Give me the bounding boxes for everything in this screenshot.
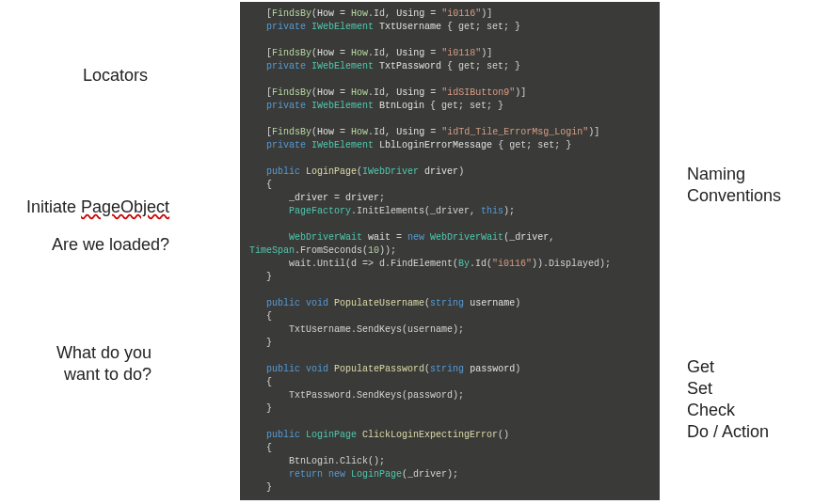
label-want2: want to do? (64, 365, 152, 385)
label-do: Do / Action (687, 422, 769, 442)
label-initiate: Initiate PageObject (26, 197, 169, 217)
label-naming1: Naming (687, 165, 745, 184)
label-set: Set (687, 379, 712, 399)
label-want1: What do you (56, 343, 152, 363)
label-locators: Locators (83, 66, 148, 86)
label-initiate-word2: PageObject (81, 197, 169, 216)
label-initiate-word1: Initiate (26, 197, 81, 216)
label-get: Get (687, 357, 714, 377)
code-snippet: [FindsBy(How = How.Id, Using = "i0116")]… (240, 2, 660, 500)
label-naming2: Conventions (687, 186, 781, 206)
label-loaded: Are we loaded? (52, 235, 169, 255)
label-check: Check (687, 401, 735, 420)
